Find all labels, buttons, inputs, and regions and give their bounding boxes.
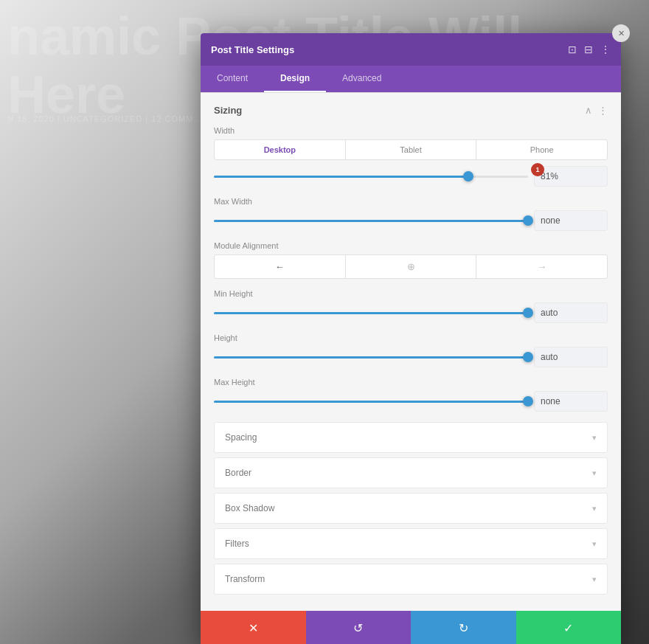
height-thumb[interactable] [523,352,533,362]
width-field: Width Desktop Tablet Phone 1 [214,126,608,187]
section-more-icon[interactable]: ⋮ [598,105,608,116]
border-section[interactable]: Border ▾ [214,457,608,488]
max-width-value-input[interactable] [534,210,608,231]
height-field: Height [214,333,608,367]
settings-modal: Post Title Settings ⊡ ⊟ ⋮ Content Design… [201,33,621,644]
save-button[interactable]: ✓ [516,611,622,644]
device-tab-desktop[interactable]: Desktop [215,140,346,159]
max-height-fill [214,401,528,403]
width-thumb[interactable] [463,171,473,181]
max-height-value-input[interactable] [534,391,608,412]
width-value-input[interactable] [534,166,608,187]
width-badge: 1 [531,163,544,176]
width-label: Width [214,126,608,135]
transform-chevron: ▾ [592,575,597,584]
section-controls: ∧ ⋮ [585,105,608,116]
max-width-thumb[interactable] [523,215,533,226]
min-height-field: Min Height [214,289,608,323]
tab-bar: Content Design Advanced [201,66,621,93]
modal-body: Sizing ∧ ⋮ Width Desktop Tablet Phone [201,93,621,611]
collapse-icon[interactable]: ∧ [585,105,592,116]
screen-icon[interactable]: ⊡ [568,44,577,55]
align-right-btn[interactable]: → [476,255,607,278]
max-width-slider[interactable] [214,213,528,228]
min-height-label: Min Height [214,289,608,298]
tab-design[interactable]: Design [264,66,326,92]
alignment-buttons: ← ⊕ → [214,255,608,279]
box-shadow-section[interactable]: Box Shadow ▾ [214,493,608,524]
align-left-btn[interactable]: ← [215,255,346,278]
max-width-slider-row [214,210,608,231]
max-height-field: Max Height [214,378,608,412]
tab-content[interactable]: Content [201,66,264,92]
more-icon[interactable]: ⋮ [600,44,611,55]
module-alignment-field: Module Alignment ← ⊕ → [214,241,608,279]
width-slider-row: 1 [214,166,608,187]
transform-label: Transform [225,574,265,584]
device-tab-tablet[interactable]: Tablet [346,140,477,159]
max-width-track [214,220,528,222]
sizing-title: Sizing [214,105,242,116]
min-height-slider[interactable] [214,305,528,320]
max-height-track [214,401,528,403]
collapsed-sections: Spacing ▾ Border ▾ Box Shadow ▾ Filters … [214,422,608,595]
sizing-section-header: Sizing ∧ ⋮ [214,105,608,116]
max-height-thumb[interactable] [523,396,533,406]
header-icons: ⊡ ⊟ ⋮ [568,44,611,55]
max-height-slider[interactable] [214,394,528,409]
columns-icon[interactable]: ⊟ [584,44,593,55]
undo-button[interactable]: ↺ [306,611,412,644]
transform-section[interactable]: Transform ▾ [214,564,608,595]
border-label: Border [225,468,251,478]
min-height-value-input[interactable] [534,302,608,323]
box-shadow-label: Box Shadow [225,503,274,513]
max-width-field: Max Width [214,197,608,231]
modal-header: Post Title Settings ⊡ ⊟ ⋮ [201,33,621,66]
max-height-label: Max Height [214,378,608,387]
device-tab-bar: Desktop Tablet Phone [214,139,608,160]
max-width-label: Max Width [214,197,608,206]
height-fill [214,356,528,359]
spacing-section[interactable]: Spacing ▾ [214,422,608,453]
min-height-fill [214,312,528,314]
height-track [214,356,528,359]
redo-button[interactable]: ↻ [411,611,516,644]
min-height-thumb[interactable] [523,308,533,318]
max-width-fill [214,220,528,222]
width-fill [214,176,468,178]
width-slider[interactable]: 1 [214,169,528,184]
modal-title: Post Title Settings [211,44,294,55]
module-alignment-label: Module Alignment [214,241,608,250]
box-shadow-chevron: ▾ [592,504,597,513]
filters-label: Filters [225,539,249,549]
tab-advanced[interactable]: Advanced [326,66,398,92]
width-track [214,176,528,178]
align-center-btn[interactable]: ⊕ [346,255,477,278]
filters-section[interactable]: Filters ▾ [214,528,608,559]
background-meta: N 18, 2020 | UNCATEGORIZED | 12 COMM... [7,114,203,123]
spacing-chevron: ▾ [592,433,597,443]
filters-chevron: ▾ [592,539,597,549]
min-height-track [214,312,528,314]
max-height-slider-row [214,391,608,412]
spacing-label: Spacing [225,432,257,443]
device-tab-phone[interactable]: Phone [476,140,607,159]
height-slider-row [214,347,608,367]
height-label: Height [214,333,608,342]
height-value-input[interactable] [534,347,608,367]
border-chevron: ▾ [592,468,597,478]
cancel-button[interactable]: ✕ [201,611,306,644]
modal-footer: ✕ ↺ ↻ ✓ [201,611,621,644]
height-slider[interactable] [214,350,528,364]
modal-close-button[interactable]: ✕ [612,24,630,42]
min-height-slider-row [214,302,608,323]
